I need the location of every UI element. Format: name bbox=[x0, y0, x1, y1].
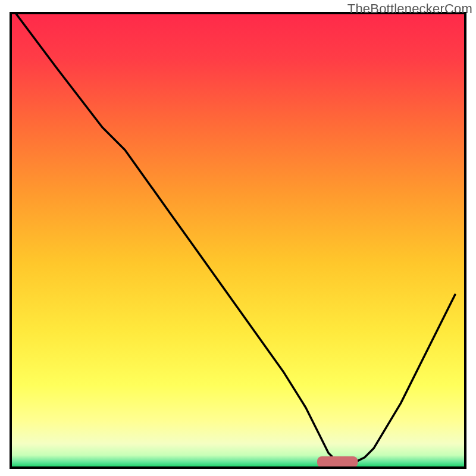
chart-svg bbox=[0, 0, 476, 476]
chart-background-gradient bbox=[12, 14, 464, 466]
chart-container: TheBottleneckerCom bbox=[0, 0, 476, 476]
optimum-marker bbox=[317, 456, 358, 468]
watermark-label: TheBottleneckerCom bbox=[347, 1, 472, 17]
